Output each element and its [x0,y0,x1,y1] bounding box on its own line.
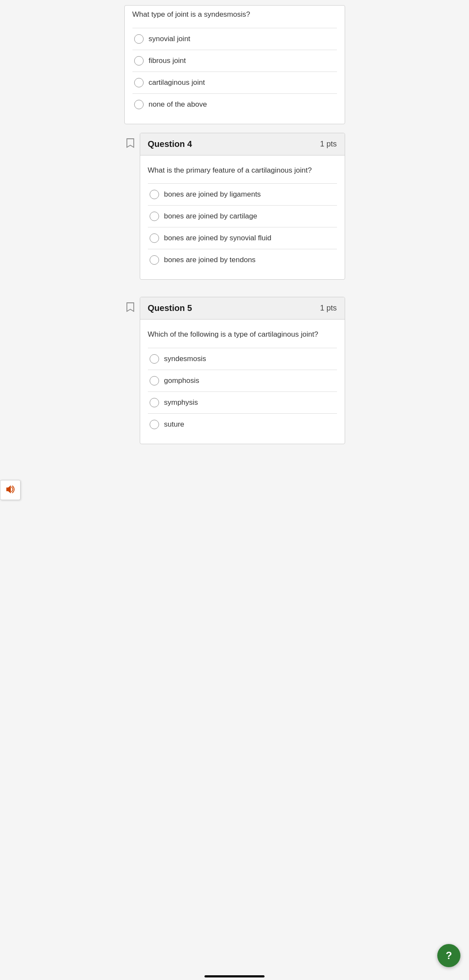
question-card: Question 4 1 pts What is the primary fea… [140,133,345,280]
question5-pts: 1 pts [320,304,337,313]
bookmark-icon[interactable] [124,137,136,151]
radio-button[interactable] [150,233,159,243]
option-label: none of the above [149,100,207,109]
list-item[interactable]: symphysis [148,392,337,414]
previous-question-partial: What type of joint is a syndesmosis? syn… [124,5,345,124]
radio-button[interactable] [134,34,144,44]
question4-row: Question 4 1 pts What is the primary fea… [124,133,345,289]
option-label: syndesmosis [164,355,206,363]
list-item[interactable]: bones are joined by tendons [148,249,337,271]
bookmark-icon[interactable] [124,301,136,315]
list-item[interactable]: bones are joined by cartilage [148,206,337,227]
list-item[interactable]: synovial joint [132,28,337,50]
question5-text: Which of the following is a type of cart… [148,329,337,340]
radio-button[interactable] [150,190,159,199]
option-label: gomphosis [164,376,199,385]
list-item[interactable]: cartilaginous joint [132,72,337,94]
option-label: synovial joint [149,35,190,43]
question5-options-list: syndesmosis gomphosis symphysis sut [148,348,337,435]
question5-title: Question 5 [148,303,192,313]
radio-button[interactable] [150,354,159,364]
question4-card: Question 4 1 pts What is the primary fea… [140,133,345,289]
question4-title: Question 4 [148,139,192,149]
option-label: bones are joined by synovial fluid [164,234,271,242]
question4-header: Question 4 1 pts [140,133,345,155]
option-label: bones are joined by cartilage [164,212,257,221]
radio-button[interactable] [150,255,159,265]
option-label: bones are joined by ligaments [164,190,261,199]
radio-button[interactable] [134,56,144,66]
list-item[interactable]: bones are joined by synovial fluid [148,227,337,249]
radio-button[interactable] [134,78,144,87]
option-label: cartilaginous joint [149,78,205,87]
question4-body: What is the primary feature of a cartila… [140,155,345,280]
option-label: bones are joined by tendons [164,256,256,264]
list-item[interactable]: syndesmosis [148,348,337,370]
question-card: Question 5 1 pts Which of the following … [140,297,345,444]
prev-options-list: synovial joint fibrous joint cartilagino… [132,28,337,115]
radio-button[interactable] [150,212,159,221]
question4-text: What is the primary feature of a cartila… [148,165,337,176]
radio-button[interactable] [150,376,159,385]
list-item[interactable]: bones are joined by ligaments [148,184,337,206]
radio-button[interactable] [150,420,159,429]
question5-card: Question 5 1 pts Which of the following … [140,297,345,453]
question5-row: Question 5 1 pts Which of the following … [124,297,345,453]
question5-body: Which of the following is a type of cart… [140,320,345,444]
option-label: symphysis [164,398,198,407]
list-item[interactable]: fibrous joint [132,50,337,72]
list-item[interactable]: gomphosis [148,370,337,392]
question4-options-list: bones are joined by ligaments bones are … [148,183,337,271]
prev-question-text: What type of joint is a syndesmosis? [132,9,337,20]
list-item[interactable]: suture [148,414,337,435]
option-label: suture [164,420,184,429]
option-label: fibrous joint [149,57,186,65]
question5-header: Question 5 1 pts [140,297,345,320]
list-item[interactable]: none of the above [132,94,337,115]
radio-button[interactable] [150,398,159,407]
question4-pts: 1 pts [320,140,337,149]
radio-button[interactable] [134,100,144,109]
